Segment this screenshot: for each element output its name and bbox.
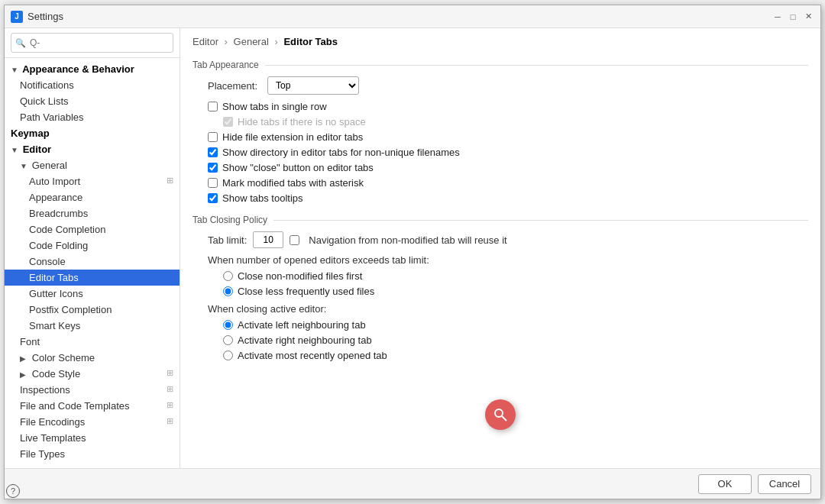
show-directory-row: Show directory in editor tabs for non-un… (192, 147, 808, 158)
show-tooltips-checkbox[interactable] (208, 193, 218, 203)
sidebar-item-live-templates[interactable]: Live Templates (5, 430, 180, 446)
close-less-frequent-label[interactable]: Close less frequently used files (223, 286, 374, 297)
sidebar-item-appearance[interactable]: Appearance (5, 189, 180, 205)
window-title: Settings (28, 11, 63, 22)
close-less-frequent-radio[interactable] (223, 286, 233, 296)
sidebar-item-breadcrumbs[interactable]: Breadcrumbs (5, 205, 180, 221)
cancel-button[interactable]: Cancel (758, 474, 811, 494)
activate-left-label[interactable]: Activate left neighbouring tab (223, 319, 366, 331)
main-content: ▼ Appearance & Behavior Notifications Qu… (5, 28, 820, 468)
sidebar-item-label: Editor (23, 144, 52, 155)
sidebar-item-file-code-templates[interactable]: File and Code Templates ⊞ (5, 398, 180, 414)
sidebar-item-path-variables[interactable]: Path Variables (5, 109, 180, 125)
sidebar-item-color-scheme[interactable]: ▶ Color Scheme (5, 350, 180, 366)
sidebar-item-file-encodings[interactable]: File Encodings ⊞ (5, 414, 180, 430)
sidebar-item-label: Notifications (20, 79, 74, 91)
sidebar-item-notifications[interactable]: Notifications (5, 77, 180, 93)
close-less-frequent-row: Close less frequently used files (192, 286, 808, 297)
search-input[interactable] (11, 33, 173, 53)
maximize-button[interactable]: □ (787, 11, 799, 23)
sidebar-item-editor-tabs[interactable]: Editor Tabs (5, 270, 180, 286)
main-panel: Editor › General › Editor Tabs Tab Appea… (180, 28, 820, 468)
hide-no-space-row: Hide tabs if there is no space (192, 116, 808, 128)
badge-icon: ⊞ (167, 384, 173, 394)
sidebar-item-code-completion[interactable]: Code Completion (5, 221, 180, 237)
search-box (5, 28, 180, 58)
show-single-row-label[interactable]: Show tabs in single row (208, 101, 327, 112)
sidebar-item-auto-import[interactable]: Auto Import ⊞ (5, 173, 180, 189)
activate-recent-row: Activate most recently opened tab (192, 350, 808, 361)
hide-extension-label[interactable]: Hide file extension in editor tabs (208, 131, 363, 143)
when-closing-label: When closing active editor: (208, 303, 808, 315)
show-tooltips-label[interactable]: Show tabs tooltips (208, 192, 303, 204)
show-tooltips-row: Show tabs tooltips (192, 192, 808, 204)
sidebar-item-label: Appearance (29, 192, 82, 203)
activate-right-radio[interactable] (223, 335, 233, 345)
activate-recent-label[interactable]: Activate most recently opened tab (223, 350, 387, 361)
placement-select[interactable]: Top Bottom Left Right (267, 76, 359, 95)
show-single-row-checkbox[interactable] (208, 102, 218, 111)
close-non-modified-radio[interactable] (223, 271, 233, 281)
close-button[interactable]: ✕ (802, 11, 814, 23)
sidebar-item-inspections[interactable]: Inspections ⊞ (5, 382, 180, 398)
sidebar-item-code-folding[interactable]: Code Folding (5, 237, 180, 254)
sidebar-item-label: Code Style (32, 368, 81, 380)
close-non-modified-label[interactable]: Close non-modified files first (223, 270, 362, 282)
sidebar: ▼ Appearance & Behavior Notifications Qu… (5, 28, 180, 468)
sidebar-item-label: Inspections (20, 384, 70, 396)
activate-recent-text: Activate most recently opened tab (238, 350, 387, 361)
hide-no-space-label[interactable]: Hide tabs if there is no space (223, 116, 366, 128)
hide-no-space-text: Hide tabs if there is no space (238, 116, 366, 128)
show-directory-text: Show directory in editor tabs for non-un… (222, 147, 460, 158)
sidebar-item-label: Editor Tabs (29, 272, 79, 283)
title-bar-left: J Settings (11, 11, 63, 23)
sidebar-item-gutter-icons[interactable]: Gutter Icons (5, 286, 180, 302)
tab-limit-row: Tab limit: Navigation from non-modified … (208, 231, 808, 248)
title-bar: J Settings ─ □ ✕ (5, 5, 820, 28)
sidebar-item-general[interactable]: ▼ General (5, 157, 180, 173)
floating-search-button[interactable] (485, 399, 516, 430)
mark-modified-label[interactable]: Mark modified tabs with asterisk (208, 177, 364, 189)
sidebar-item-label: Appearance & Behavior (22, 63, 134, 75)
close-non-modified-row: Close non-modified files first (192, 270, 808, 282)
minimize-button[interactable]: ─ (772, 11, 784, 23)
hide-no-space-checkbox[interactable] (223, 117, 233, 127)
sidebar-item-file-types[interactable]: File Types (5, 446, 180, 462)
sidebar-item-smart-keys[interactable]: Smart Keys (5, 318, 180, 334)
sidebar-item-label: Console (29, 256, 66, 267)
badge-icon: ⊞ (167, 176, 173, 186)
breadcrumb-sep1: › (225, 36, 228, 47)
sidebar-item-label: General (32, 160, 67, 171)
sidebar-item-appearance-behavior[interactable]: ▼ Appearance & Behavior (5, 61, 180, 77)
sidebar-item-keymap[interactable]: Keymap (5, 125, 180, 141)
sidebar-item-code-style[interactable]: ▶ Code Style ⊞ (5, 366, 180, 382)
nav-label: Navigation from non-modified tab will re… (309, 234, 506, 246)
settings-window: J Settings ─ □ ✕ ▼ Appearance & Behavior (4, 5, 821, 499)
sidebar-item-postfix-completion[interactable]: Postfix Completion (5, 302, 180, 318)
hide-extension-checkbox[interactable] (208, 132, 218, 142)
close-less-frequent-text: Close less frequently used files (238, 286, 374, 297)
activate-recent-radio[interactable] (223, 351, 233, 360)
sidebar-item-label: File and Code Templates (20, 400, 130, 412)
show-directory-label[interactable]: Show directory in editor tabs for non-un… (208, 147, 460, 158)
activate-right-label[interactable]: Activate right neighbouring tab (223, 334, 372, 346)
mark-modified-checkbox[interactable] (208, 178, 218, 188)
placement-row: Placement: Top Bottom Left Right (208, 76, 808, 95)
show-close-btn-checkbox[interactable] (208, 163, 218, 173)
ok-button[interactable]: OK (698, 474, 752, 494)
nav-reuse-checkbox[interactable] (290, 235, 299, 245)
help-button[interactable]: ? (6, 484, 20, 498)
hide-extension-text: Hide file extension in editor tabs (222, 131, 363, 143)
sidebar-item-console[interactable]: Console (5, 254, 180, 270)
sidebar-item-editor[interactable]: ▼ Editor (5, 141, 180, 157)
activate-left-radio[interactable] (223, 320, 233, 330)
sidebar-item-quick-lists[interactable]: Quick Lists (5, 93, 180, 109)
tab-limit-input[interactable] (253, 231, 283, 248)
activate-right-text: Activate right neighbouring tab (238, 334, 372, 346)
badge-icon: ⊞ (167, 400, 173, 410)
show-directory-checkbox[interactable] (208, 147, 218, 157)
breadcrumb-sep2: › (274, 36, 277, 47)
tab-appearance-section-title: Tab Appearance (192, 60, 808, 70)
show-close-btn-label[interactable]: Show "close" button on editor tabs (208, 162, 374, 173)
sidebar-item-font[interactable]: Font (5, 334, 180, 350)
